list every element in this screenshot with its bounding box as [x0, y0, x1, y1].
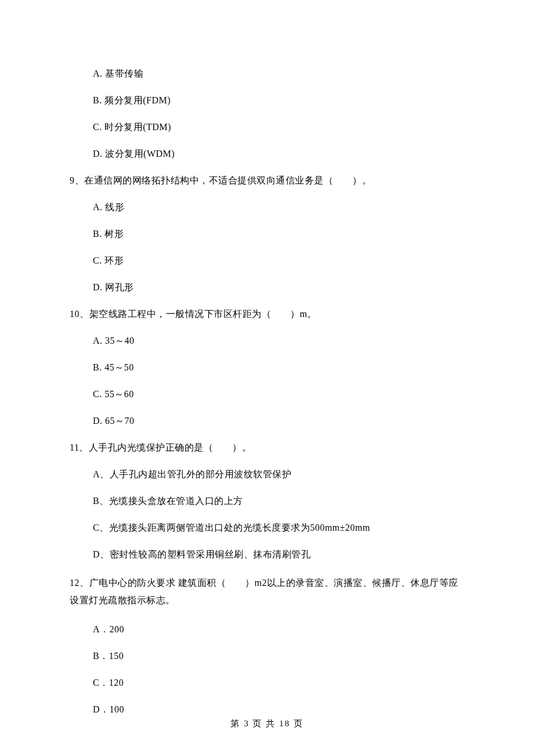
prev-option-b: B. 频分复用(FDM) — [93, 93, 464, 107]
question-10-option-a: A. 35～40 — [93, 334, 464, 348]
question-10-stem: 10、架空线路工程中，一般情况下市区杆距为（ ）m。 — [70, 307, 464, 321]
question-9-option-c: C. 环形 — [93, 254, 464, 268]
question-9-option-b: B. 树形 — [93, 227, 464, 241]
question-9-option-d: D. 网孔形 — [93, 280, 464, 294]
question-10-option-d: D. 65～70 — [93, 414, 464, 428]
question-11-option-b: B、光缆接头盒放在管道入口的上方 — [93, 494, 464, 508]
question-12-option-c: C．120 — [93, 676, 464, 690]
prev-option-a: A. 基带传输 — [93, 67, 464, 81]
question-12-option-d: D．100 — [93, 703, 464, 717]
page-content: A. 基带传输 B. 频分复用(FDM) C. 时分复用(TDM) D. 波分复… — [0, 0, 534, 717]
prev-option-d: D. 波分复用(WDM) — [93, 147, 464, 161]
question-10-option-b: B. 45～50 — [93, 361, 464, 375]
question-11-option-c: C、光缆接头距离两侧管道出口处的光缆长度要求为500mm±20mm — [93, 521, 464, 535]
question-9-option-a: A. 线形 — [93, 200, 464, 214]
question-11-option-d: D、密封性较高的塑料管采用铜丝刷、抹布清刷管孔 — [93, 548, 464, 561]
question-12-option-b: B．150 — [93, 649, 464, 663]
prev-option-c: C. 时分复用(TDM) — [93, 120, 464, 134]
page-footer: 第 3 页 共 18 页 — [0, 718, 534, 729]
question-10-option-c: C. 55～60 — [93, 387, 464, 401]
question-11-option-a: A、人手孔内超出管孔外的部分用波纹软管保护 — [93, 467, 464, 481]
question-12-option-a: A．200 — [93, 622, 464, 636]
question-9-stem: 9、在通信网的网络拓扑结构中，不适合提供双向通信业务是（ ）。 — [70, 174, 464, 188]
question-12-stem: 12、广电中心的防火要求 建筑面积（ ）m2以上的录音室、演播室、候播厅、休息厅… — [70, 574, 464, 610]
question-11-stem: 11、人手孔内光缆保护正确的是（ ）。 — [70, 441, 464, 455]
